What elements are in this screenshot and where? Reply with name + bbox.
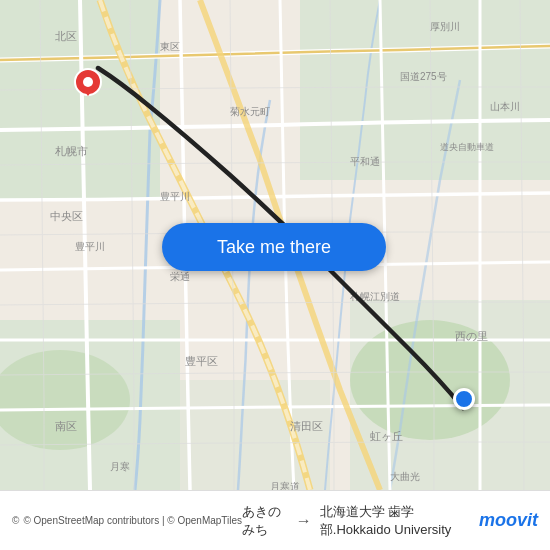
- svg-text:山本川: 山本川: [490, 101, 520, 112]
- attribution: © © OpenStreetMap contributors | © OpenM…: [12, 515, 242, 526]
- take-me-there-button[interactable]: Take me there: [162, 223, 386, 271]
- svg-text:月寒: 月寒: [110, 461, 130, 472]
- svg-text:東区: 東区: [160, 41, 180, 52]
- svg-text:札幌市: 札幌市: [55, 145, 88, 157]
- svg-text:国道275号: 国道275号: [400, 71, 447, 82]
- svg-text:栄通: 栄通: [170, 271, 190, 282]
- origin-marker: [453, 388, 475, 410]
- svg-text:西の里: 西の里: [455, 330, 488, 342]
- destination-marker: [72, 68, 104, 112]
- svg-text:清田区: 清田区: [290, 420, 323, 432]
- svg-point-32: [83, 77, 93, 87]
- svg-text:豊平川: 豊平川: [160, 191, 190, 202]
- svg-text:虹ヶ丘: 虹ヶ丘: [370, 430, 403, 442]
- svg-text:南区: 南区: [55, 420, 77, 432]
- svg-text:厚別川: 厚別川: [430, 21, 460, 32]
- svg-text:北区: 北区: [55, 30, 77, 42]
- attribution-text: © OpenStreetMap contributors | © OpenMap…: [23, 515, 242, 526]
- svg-text:月寒道: 月寒道: [270, 481, 300, 490]
- svg-text:豊平区: 豊平区: [185, 355, 218, 367]
- route-info: あきのみち → 北海道大学 歯学部.Hokkaido University: [242, 503, 479, 539]
- svg-text:豊平川: 豊平川: [75, 241, 105, 252]
- svg-text:菊水元町: 菊水元町: [230, 106, 270, 117]
- svg-text:平和通: 平和通: [350, 156, 380, 167]
- moovit-logo: moovit: [479, 510, 538, 531]
- copyright-icon: ©: [12, 515, 19, 526]
- map-view: 北区 札幌市 中央区 豊平区 清田区 南区 虹ヶ丘 西の里 平和通 菊水元町 札…: [0, 0, 550, 490]
- route-origin: あきのみち: [242, 503, 288, 539]
- bottom-bar: © © OpenStreetMap contributors | © OpenM…: [0, 490, 550, 550]
- svg-text:道央自動車道: 道央自動車道: [440, 142, 494, 152]
- route-arrow: →: [296, 512, 312, 530]
- route-destination: 北海道大学 歯学部.Hokkaido University: [320, 503, 479, 539]
- svg-rect-2: [300, 0, 550, 180]
- svg-text:中央区: 中央区: [50, 210, 83, 222]
- svg-text:大曲光: 大曲光: [390, 471, 420, 482]
